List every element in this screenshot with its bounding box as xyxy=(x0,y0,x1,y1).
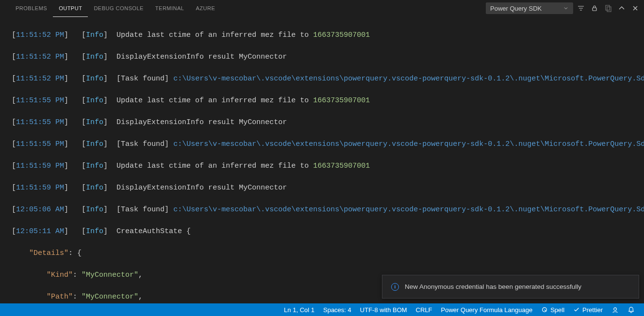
notification-text: New Anonymous credential has been genera… xyxy=(405,283,581,290)
tab-debug-console[interactable]: DEBUG CONSOLE xyxy=(88,0,149,17)
status-line-col[interactable]: Ln 1, Col 1 xyxy=(280,303,319,316)
svg-point-4 xyxy=(614,307,617,310)
tab-azure[interactable]: AZURE xyxy=(190,0,221,17)
status-prettier-label: Prettier xyxy=(582,306,603,314)
tab-problems[interactable]: PROBLEMS xyxy=(10,0,53,17)
status-prettier[interactable]: Prettier xyxy=(569,303,607,316)
output-channel-label: Power Query SDK xyxy=(490,5,542,12)
lock-icon[interactable] xyxy=(591,4,598,12)
chevron-down-icon xyxy=(563,5,569,11)
clear-output-icon[interactable] xyxy=(604,4,612,12)
status-encoding[interactable]: UTF-8 with BOM xyxy=(356,303,412,316)
status-bell-icon[interactable] xyxy=(623,303,639,316)
info-icon: i xyxy=(391,283,399,291)
filter-icon[interactable] xyxy=(577,4,585,12)
chevron-up-icon[interactable] xyxy=(618,4,626,12)
svg-rect-0 xyxy=(593,8,596,11)
output-content[interactable]: [11:51:52 PM] [Info] Update last ctime o… xyxy=(0,17,644,303)
panel-header: PROBLEMS OUTPUT DEBUG CONSOLE TERMINAL A… xyxy=(0,0,644,17)
panel-tabs: PROBLEMS OUTPUT DEBUG CONSOLE TERMINAL A… xyxy=(10,0,221,17)
svg-rect-2 xyxy=(607,7,611,12)
close-panel-icon[interactable] xyxy=(631,4,639,12)
status-eol[interactable]: CRLF xyxy=(412,303,437,316)
status-language[interactable]: Power Query Formula Language xyxy=(437,303,537,316)
panel-action-icons xyxy=(577,4,639,12)
notification-toast[interactable]: i New Anonymous credential has been gene… xyxy=(382,275,639,299)
svg-rect-1 xyxy=(606,5,610,10)
status-indent[interactable]: Spaces: 4 xyxy=(319,303,356,316)
status-spell-label: Spell xyxy=(550,306,564,314)
tab-terminal[interactable]: TERMINAL xyxy=(149,0,190,17)
tab-output[interactable]: OUTPUT xyxy=(53,0,88,17)
status-spell[interactable]: Spell xyxy=(537,303,569,316)
status-bar: Ln 1, Col 1 Spaces: 4 UTF-8 with BOM CRL… xyxy=(0,303,644,316)
status-feedback-icon[interactable] xyxy=(607,303,623,316)
output-channel-select[interactable]: Power Query SDK xyxy=(486,2,573,14)
